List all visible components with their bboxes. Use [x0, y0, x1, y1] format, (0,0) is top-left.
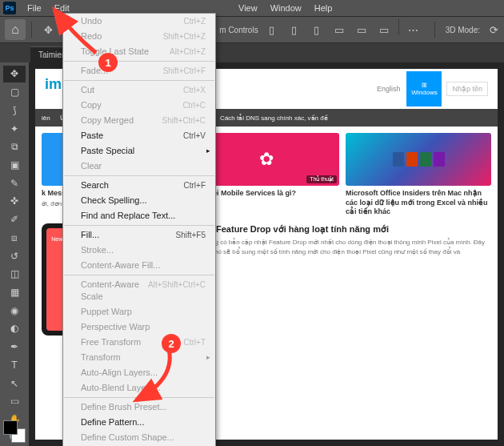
onenote-icon [434, 152, 445, 167]
3d-orbit-icon[interactable]: ⟳ [483, 19, 504, 40]
menu-window[interactable]: Window [264, 2, 308, 14]
tool-lasso[interactable]: ⟆ [3, 102, 26, 119]
menu-item-paste[interactable]: PasteCtrl+V [63, 128, 215, 143]
color-swatches[interactable] [3, 420, 26, 443]
tool-gradient[interactable]: ▦ [3, 284, 26, 301]
align-top-icon[interactable]: ▭ [329, 19, 350, 40]
menu-item-redo: RedoShift+Ctrl+Z [63, 29, 215, 44]
tool-shape[interactable]: ▭ [3, 393, 26, 410]
language-selector: English [377, 85, 401, 93]
menu-item-check-spelling[interactable]: Check Spelling... [63, 193, 215, 208]
word-icon [393, 152, 404, 167]
menu-item-paste-special[interactable]: Paste Special [63, 143, 215, 159]
windows-badge: ⊞ Windows [406, 71, 442, 106]
menu-item-toggle-last-state: Toggle Last StateAlt+Ctrl+Z [63, 44, 215, 59]
align-buttons: ▯ ▯ ▯ ▭ ▭ ▭ ⋯ [262, 19, 424, 40]
menu-item-content-aware-fill: Content-Aware Fill... [63, 258, 215, 273]
foreground-color-swatch[interactable] [3, 420, 18, 435]
tool-dodge[interactable]: ◐ [3, 320, 26, 337]
menu-item-stroke: Stroke... [63, 243, 215, 258]
menu-item-clear: Clear [63, 159, 215, 174]
menu-item-find-and-replace-text[interactable]: Find and Replace Text... [63, 208, 215, 223]
align-bottom-icon[interactable]: ▭ [374, 19, 394, 40]
edit-menu-dropdown: UndoCtrl+ZRedoShift+Ctrl+ZToggle Last St… [62, 13, 216, 446]
tool-stamp[interactable]: ⧇ [3, 229, 26, 246]
menu-item-undo: UndoCtrl+Z [63, 14, 215, 29]
tool-frame[interactable]: ▣ [3, 157, 26, 174]
move-tool-indicator[interactable]: ✥ [38, 19, 58, 40]
menu-item-perspective-warp: Perspective Warp [63, 319, 215, 335]
tool-wand[interactable]: ✦ [3, 120, 26, 137]
powerpoint-icon [406, 152, 418, 167]
tool-crop[interactable]: ⧉ [3, 139, 26, 155]
menu-item-copy: CopyCtrl+C [63, 98, 215, 113]
align-middle-icon[interactable]: ▭ [351, 19, 372, 40]
card-office: Microsoft Office Insiders trên Mac nhận … [346, 133, 491, 217]
menu-help[interactable]: Help [308, 2, 339, 14]
home-icon: ⌂ [11, 22, 19, 37]
menu-item-content-aware-scale: Content-Aware ScaleAlt+Shift+Ctrl+C [63, 277, 215, 304]
tools-panel: ✥ ▢ ⟆ ✦ ⧉ ▣ ✎ ✜ ✐ ⧇ ↺ ◫ ▦ ◉ ◐ ✒ T ↖ ▭ ✋ … [0, 62, 29, 446]
align-center-icon[interactable]: ▯ [284, 19, 305, 40]
menu-view[interactable]: View [232, 2, 264, 14]
tool-blur[interactable]: ◉ [3, 302, 26, 319]
menu-item-fade: Fade...Shift+Ctrl+F [63, 63, 215, 78]
menu-item-cut: CutCtrl+X [63, 82, 215, 98]
tool-move[interactable]: ✥ [3, 66, 26, 82]
menu-item-puppet-warp: Puppet Warp [63, 304, 215, 319]
menu-item-free-transform: Free TransformCtrl+T [63, 335, 215, 350]
menu-item-define-brush-preset: Define Brush Preset... [63, 400, 215, 415]
menu-item-define-pattern[interactable]: Define Pattern... [63, 415, 215, 430]
menu-file[interactable]: File [21, 2, 48, 14]
excel-icon [420, 152, 431, 167]
photoshop-icon: Ps [3, 2, 16, 14]
menu-item-define-custom-shape: Define Custom Shape... [63, 430, 215, 445]
align-left-icon[interactable]: ▯ [262, 19, 282, 40]
align-right-icon[interactable]: ▯ [306, 19, 327, 40]
tool-heal[interactable]: ✜ [3, 193, 26, 210]
tool-type[interactable]: T [3, 357, 26, 374]
3d-mode-label: 3D Mode: [446, 26, 480, 34]
more-icon[interactable]: ⋯ [403, 19, 424, 40]
huawei-icon: ✿ [259, 149, 274, 170]
menu-item-fill[interactable]: Fill...Shift+F5 [63, 227, 215, 243]
tool-history-brush[interactable]: ↺ [3, 247, 26, 264]
tool-brush[interactable]: ✐ [3, 211, 26, 228]
menu-item-copy-merged: Copy MergedShift+Ctrl+C [63, 113, 215, 128]
menu-item-auto-align-layers: Auto-Align Layers... [63, 365, 215, 380]
home-button[interactable]: ⌂ [5, 19, 26, 40]
menu-item-search[interactable]: SearchCtrl+F [63, 178, 215, 193]
search-box: Nhập tên [446, 82, 488, 96]
menu-item-transform: Transform [63, 350, 215, 365]
tool-pen[interactable]: ✒ [3, 339, 26, 356]
tool-eraser[interactable]: ◫ [3, 266, 26, 283]
tool-eyedropper[interactable]: ✎ [3, 175, 26, 191]
tool-path[interactable]: ↖ [3, 375, 26, 392]
tool-marquee[interactable]: ▢ [3, 84, 26, 101]
transform-controls-label: m Controls [219, 26, 258, 34]
windows-icon: ⊞ [422, 82, 427, 89]
menu-item-auto-blend-layers: Auto-Blend Layers... [63, 380, 215, 396]
